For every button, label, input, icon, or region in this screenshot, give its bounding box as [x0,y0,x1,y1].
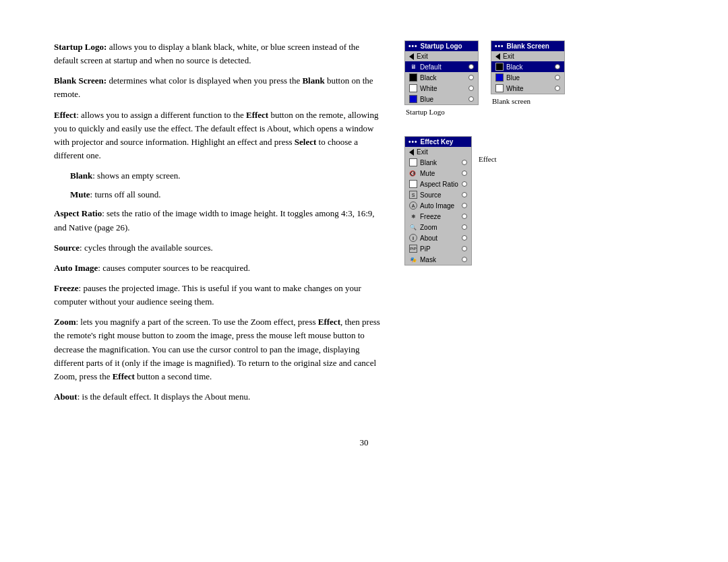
effect-aspect-ratio[interactable]: Aspect Ratio [405,179,471,189]
bs-blue-swatch [495,73,504,82]
blank-item-para: Blank: shows an empty screen. [70,169,384,183]
effect-exit-label: Exit [417,148,428,156]
blank-screen-dots: ••• [495,42,504,50]
freeze-para: Freeze: pauses the projected image. This… [54,282,384,309]
effect-pip[interactable]: PiP PiP [405,243,471,254]
effect-blank[interactable]: Blank [405,157,471,168]
startup-logo-para: Startup Logo: allows you to display a bl… [54,40,384,67]
bs-white-label: White [506,85,524,92]
effect-blank-swatch [409,158,417,166]
blank-screen-white[interactable]: White [491,83,564,94]
bs-blue-radio [555,75,560,80]
bs-black-radio [555,64,560,69]
effect-para: Effect: allows you to assign a different… [54,108,384,163]
top-ui-row: ••• Startup Logo Exit 🖥 Default [404,40,634,116]
blank-exit-label: Exit [503,53,514,60]
bs-black-swatch [495,63,504,71]
effect-ai-radio [462,203,467,208]
blank-screen-title: Blank Screen: [54,75,107,86]
blank-screen-caption: Blank screen [491,97,530,105]
startup-logo-menu: ••• Startup Logo Exit 🖥 Default [404,40,479,105]
aspect-ratio-para: Aspect Ratio: sets the ratio of the imag… [54,207,384,234]
aspect-ratio-body: : sets the ratio of the image width to i… [54,208,375,232]
blank-screen-menu-title: Blank Screen [507,42,549,50]
source-body: : cycles through the available sources. [80,243,213,253]
page-content: Startup Logo: allows you to display a bl… [54,40,674,410]
effect-mask-radio [462,257,467,262]
effect-mask-label: Mask [420,256,436,263]
blank-item-body: : shows an empty screen. [92,170,180,181]
startup-logo-white[interactable]: White [405,83,478,94]
auto-image-para: Auto Image: causes computer sources to b… [54,261,384,275]
effect-title-bar: ••• Effect Key [405,137,471,147]
effect-mute-label: Mute [420,170,435,177]
effect-zoom[interactable]: 🔍 Zoom [405,222,471,232]
blank-screen-widget-container: ••• Blank Screen Exit Black [491,40,565,105]
effect-ai-label: Auto Image [420,202,454,210]
about-body: : is the default effect. It displays the… [78,392,250,402]
effect-source-label: Source [420,191,442,199]
effect-zoom-label: Zoom [420,224,437,231]
blue-swatch [409,95,417,103]
zoom-para: Zoom: lets you magnify a part of the scr… [54,315,384,383]
ui-column: ••• Startup Logo Exit 🖥 Default [404,40,634,410]
effect-freeze-label: Freeze [420,213,441,220]
black-label: Black [420,74,436,82]
effect-mute-radio [462,170,467,176]
effect-caption: Effect [479,136,497,163]
effect-mute[interactable]: 🔇 Mute [405,168,471,179]
effect-freeze-radio [462,214,467,219]
effect-blank-radio [462,160,467,165]
startup-logo-default[interactable]: 🖥 Default [405,61,478,72]
source-para: Source: cycles through the available sou… [54,241,384,255]
aspect-ratio-title: Aspect Ratio [54,208,102,218]
blank-screen-black[interactable]: Black [491,61,564,72]
default-label: Default [420,63,442,71]
effect-about-radio [462,235,467,241]
white-swatch [409,84,417,92]
auto-image-title: Auto Image [54,263,98,273]
startup-logo-widget-container: ••• Startup Logo Exit 🖥 Default [404,40,479,116]
effect-ar-radio [462,181,467,187]
bs-black-label: Black [506,63,522,71]
effect-ui-row: ••• Effect Key Exit Blank 🔇 Mute [404,136,634,266]
startup-logo-title: Startup Logo: [54,42,107,52]
blank-screen-title-bar: ••• Blank Screen [491,41,564,51]
startup-logo-caption: Startup Logo [404,108,445,116]
startup-logo-black[interactable]: Black [405,72,478,83]
effect-freeze[interactable]: ❄ Freeze [405,211,471,222]
about-para: About: is the default effect. It display… [54,390,384,404]
zoom-icon: 🔍 [409,223,417,231]
effect-pip-radio [462,246,467,251]
white-radio [468,86,474,91]
effect-word: Effect [246,110,268,120]
effect-blank-label: Blank [420,159,437,166]
startup-logo-blue[interactable]: Blue [405,94,478,104]
effect-auto-image[interactable]: A Auto Image [405,200,471,211]
mute-item-body: : turns off all sound. [90,189,161,199]
effect-exit[interactable]: Exit [405,147,471,157]
effect-key-menu: ••• Effect Key Exit Blank 🔇 Mute [404,136,472,266]
blank-screen-exit[interactable]: Exit [491,51,564,61]
effect-source[interactable]: S Source [405,189,471,200]
exit-label: Exit [417,53,428,60]
blank-screen-blue[interactable]: Blue [491,72,564,83]
white-label: White [420,85,437,92]
about-icon: i [409,234,417,242]
blank-screen-menu: ••• Blank Screen Exit Black [491,40,565,94]
effect-source-radio [462,192,467,197]
default-icon: 🖥 [409,63,417,71]
effect-about-label: About [420,235,437,242]
startup-logo-exit[interactable]: Exit [405,51,478,61]
effect-about[interactable]: i About [405,232,471,243]
effect-zoom-radio [462,224,467,230]
blank-screen-para: Blank Screen: determines what color is d… [54,74,384,101]
mute-icon: 🔇 [409,169,417,177]
bs-white-swatch [495,84,504,92]
bs-white-radio [555,86,560,91]
exit-arrow-icon [409,53,414,60]
effect-ar-swatch [409,180,417,188]
freeze-icon: ❄ [409,212,417,220]
effect-mask[interactable]: 🎭 Mask [405,254,471,265]
select-word: Select [295,137,316,147]
